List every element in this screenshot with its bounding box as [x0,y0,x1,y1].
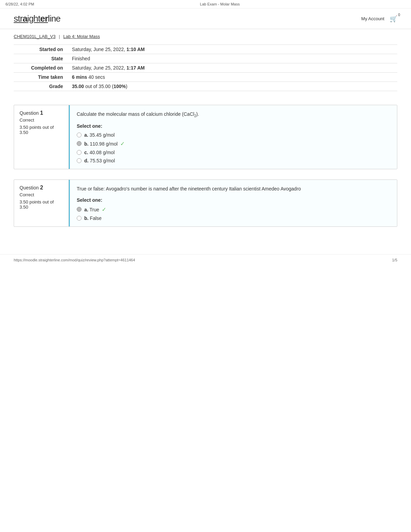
state-value: Finished [68,54,397,63]
question-2-sidebar: Question 2 Correct 3.50 points out of 3.… [14,180,69,226]
question-1-options: a. 35.45 g/mol b. 110.98 g/mol ✓ c. 40.0… [77,132,390,163]
logo-a: a [23,13,27,24]
logo-ight: ight [27,13,40,24]
completed-on-label: Completed on [14,63,68,73]
cart-icon[interactable]: 🛒0 [390,15,397,23]
radio-2a [77,207,82,212]
radio-2b [77,216,82,221]
question-2-select-label: Select one: [77,197,390,203]
time-taken-label: Time taken [14,73,68,82]
summary-row-time: Time taken 6 mins 40 secs [14,73,397,82]
option-1b-text: b. 110.98 g/mol ✓ [84,140,125,147]
question-block-1: Question 1 Correct 3.50 points out of 3.… [14,105,397,169]
question-2-options: a. True ✓ b. False [77,206,390,221]
question-2-status: Correct [20,192,63,197]
question-1-points: 3.50 points out of 3.50 [20,125,63,135]
radio-1a [77,133,82,137]
browser-bar: 6/28/22, 4:02 PM Lab Exam - Molar Mass [0,0,411,9]
breadcrumb-course-link[interactable]: CHEM101L_LAB_V3 [14,34,55,39]
completed-on-value: Saturday, June 25, 2022, 1:17 AM [68,63,397,73]
breadcrumb: CHEM101L_LAB_V3 | Lab 4: Molar Mass [0,29,411,41]
footer-page: 1/5 [392,258,397,262]
check-mark-1b: ✓ [120,141,125,147]
option-1a: a. 35.45 g/mol [77,132,390,138]
question-1-number: Question 1 [20,110,63,116]
grade-value: 35.00 out of 35.00 (100%) [68,82,397,91]
summary-table: Started on Saturday, June 25, 2022, 1:10… [14,45,397,91]
check-mark-2a: ✓ [102,207,106,212]
header-right: My Account 🛒0 [361,15,397,23]
question-2-number: Question 2 [20,185,63,191]
question-1-text: Calculate the molecular mass of calcium … [77,111,390,119]
question-2-points: 3.50 points out of 3.50 [20,199,63,210]
question-1-status: Correct [20,117,63,123]
cart-badge: 0 [398,13,400,17]
time-taken-value: 6 mins 40 secs [68,73,397,82]
summary-row-state: State Finished [14,54,397,63]
logo-straight: str [14,13,23,24]
question-1-body: Calculate the molecular mass of calcium … [69,105,397,169]
question-1-select-label: Select one: [77,123,390,129]
browser-page-title: Lab Exam - Molar Mass [200,2,240,6]
footer-bar: https://moodle.straighterline.com/mod/qu… [0,254,411,265]
option-2a-text: a. True ✓ [84,206,106,213]
logo-line: line [48,13,60,24]
option-1d-text: d. 75.53 g/mol [84,158,115,163]
questions-container: Question 1 Correct 3.50 points out of 3.… [0,98,411,234]
radio-1b [77,141,82,146]
grade-label: Grade [14,82,68,91]
started-on-label: Started on [14,45,68,54]
option-1c-text: c. 40.08 g/mol [84,150,115,155]
browser-datetime: 6/28/22, 4:02 PM [5,2,34,6]
started-on-value: Saturday, June 25, 2022, 1:10 AM [68,45,397,54]
summary-row-completed: Completed on Saturday, June 25, 2022, 1:… [14,63,397,73]
breadcrumb-lab-link[interactable]: Lab 4: Molar Mass [63,34,100,39]
summary-row-grade: Grade 35.00 out of 35.00 (100%) [14,82,397,91]
option-1d: d. 75.53 g/mol [77,158,390,163]
state-label: State [14,54,68,63]
option-2b: b. False [77,215,390,221]
option-1b: b. 110.98 g/mol ✓ [77,140,390,147]
question-1-sidebar: Question 1 Correct 3.50 points out of 3.… [14,105,69,169]
question-block-2: Question 2 Correct 3.50 points out of 3.… [14,180,397,227]
option-1c: c. 40.08 g/mol [77,150,390,155]
option-2b-text: b. False [84,215,102,221]
option-2a: a. True ✓ [77,206,390,213]
radio-1d [77,158,82,163]
option-1a-text: a. 35.45 g/mol [84,132,115,138]
header: straighterline My Account 🛒0 [0,9,411,29]
summary-row-started: Started on Saturday, June 25, 2022, 1:10… [14,45,397,54]
breadcrumb-separator: | [59,34,60,39]
question-2-text: True or false: Avogadro's number is name… [77,185,390,193]
question-2-body: True or false: Avogadro's number is name… [69,180,397,226]
my-account-link[interactable]: My Account [361,16,384,21]
logo-er: er [40,13,48,24]
radio-1c [77,150,82,155]
footer-url: https://moodle.straighterline.com/mod/qu… [14,258,135,262]
logo: straighterline [14,13,60,24]
